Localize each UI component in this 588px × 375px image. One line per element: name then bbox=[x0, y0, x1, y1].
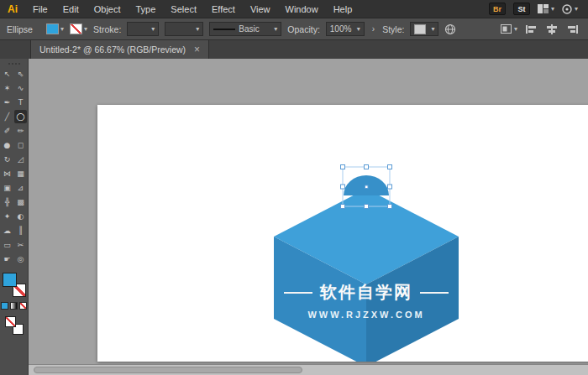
opacity-options-chevron[interactable]: › bbox=[370, 24, 376, 34]
menu-select[interactable]: Select bbox=[163, 0, 204, 18]
watermark-url: WWW.RJZXW.COM bbox=[284, 310, 449, 320]
stroke-weight-select[interactable]: ▾ bbox=[127, 22, 159, 36]
perspective-grid-tool[interactable]: ⊿ bbox=[14, 181, 27, 195]
stock-button[interactable]: St bbox=[513, 3, 530, 15]
selection-handle[interactable] bbox=[341, 185, 345, 189]
menu-view[interactable]: View bbox=[243, 0, 278, 18]
shape-builder-tool[interactable]: ▣ bbox=[1, 181, 13, 195]
fill-swatch[interactable] bbox=[3, 273, 17, 287]
default-fill-stroke-icon[interactable] bbox=[5, 316, 24, 335]
menu-window[interactable]: Window bbox=[278, 0, 326, 18]
caret-down-icon: ▾ bbox=[60, 26, 64, 33]
tool-grid: ↖⇖✶∿✒T╱◯✐✏●◻↻◿⋈▦▣⊿╬▩✦◐☁║▭✂☛◎ bbox=[1, 67, 27, 266]
none-button[interactable] bbox=[19, 302, 27, 310]
caret-down-icon: ▾ bbox=[575, 6, 578, 13]
pencil-tool[interactable]: ✏ bbox=[14, 124, 27, 138]
stroke-color-button[interactable]: ▾ bbox=[70, 23, 87, 34]
width-tool[interactable]: ⋈ bbox=[1, 167, 13, 180]
style-select[interactable]: ▾ bbox=[410, 22, 438, 36]
scrollbar-thumb[interactable] bbox=[34, 367, 302, 373]
document-tab[interactable]: Untitled-2* @ 66.67% (RGB/Preview) × bbox=[30, 40, 209, 59]
opacity-value: 100% bbox=[330, 24, 352, 34]
bridge-button[interactable]: Br bbox=[489, 3, 506, 15]
scale-tool[interactable]: ◿ bbox=[14, 153, 27, 166]
caret-down-icon: ▾ bbox=[431, 26, 434, 33]
menu-file[interactable]: File bbox=[25, 0, 55, 18]
width-profile-select[interactable]: ▾ bbox=[165, 22, 203, 36]
rotate-tool[interactable]: ↻ bbox=[1, 153, 13, 166]
selection-handle[interactable] bbox=[365, 165, 369, 169]
lasso-tool[interactable]: ∿ bbox=[14, 81, 27, 95]
caret-down-icon: ▾ bbox=[357, 26, 360, 33]
menu-object[interactable]: Object bbox=[87, 0, 129, 18]
free-transform-tool[interactable]: ▦ bbox=[14, 167, 27, 180]
workspace-switcher-button[interactable]: ▾ bbox=[562, 4, 578, 14]
align-icon-2[interactable] bbox=[546, 24, 558, 34]
selection-handle[interactable] bbox=[388, 165, 392, 169]
eraser-tool[interactable]: ◻ bbox=[14, 138, 27, 152]
artboard-tool[interactable]: ▭ bbox=[1, 238, 13, 252]
illustrator-window: Ai FileEditObjectTypeSelectEffectViewWin… bbox=[0, 0, 588, 375]
selection-tool[interactable]: ↖ bbox=[1, 67, 13, 81]
menu-help[interactable]: Help bbox=[326, 0, 360, 18]
selection-center-anchor[interactable] bbox=[365, 185, 369, 189]
direct-selection-tool[interactable]: ⇖ bbox=[14, 67, 27, 81]
line-segment-tool[interactable]: ╱ bbox=[1, 110, 13, 123]
document-arrange-button[interactable]: ▾ bbox=[501, 24, 517, 34]
zoom-tool[interactable]: ◎ bbox=[14, 253, 27, 266]
fill-color-button[interactable]: ▾ bbox=[46, 23, 64, 34]
selection-handle[interactable] bbox=[341, 165, 345, 169]
arrange-documents-button[interactable]: ▾ bbox=[538, 4, 554, 13]
color-button[interactable] bbox=[1, 302, 8, 310]
blend-tool[interactable]: ◐ bbox=[14, 210, 27, 223]
menu-type[interactable]: Type bbox=[129, 0, 164, 18]
default-fill-swatch bbox=[5, 316, 16, 327]
magic-wand-tool[interactable]: ✶ bbox=[1, 81, 13, 95]
main-area: ↖⇖✶∿✒T╱◯✐✏●◻↻◿⋈▦▣⊿╬▩✦◐☁║▭✂☛◎ bbox=[0, 59, 588, 375]
caret-down-icon: ▾ bbox=[84, 26, 87, 33]
align-icon-1[interactable] bbox=[526, 24, 538, 34]
selection-handle[interactable] bbox=[365, 205, 369, 209]
caret-down-icon: ▾ bbox=[551, 6, 554, 13]
paintbrush-tool[interactable]: ✐ bbox=[1, 124, 13, 138]
active-tool-label: Ellipse bbox=[7, 24, 40, 34]
caret-down-icon: ▾ bbox=[151, 26, 155, 33]
mesh-tool[interactable]: ╬ bbox=[1, 195, 13, 209]
tab-close-icon[interactable]: × bbox=[194, 44, 200, 55]
gradient-tool[interactable]: ▩ bbox=[14, 195, 27, 209]
selection-handle[interactable] bbox=[388, 205, 392, 209]
pen-tool[interactable]: ✒ bbox=[1, 96, 13, 109]
eyedropper-tool[interactable]: ✦ bbox=[1, 210, 13, 223]
document-setup-globe-button[interactable] bbox=[444, 23, 456, 35]
panel-grip[interactable] bbox=[8, 63, 20, 65]
brush-definition-select[interactable]: Basic ▾ bbox=[209, 22, 281, 36]
menubar-right-cluster: Br St ▾ ▾ bbox=[489, 3, 588, 15]
gradient-button[interactable] bbox=[10, 302, 18, 310]
slice-tool[interactable]: ✂ bbox=[14, 238, 27, 252]
hand-tool[interactable]: ☛ bbox=[1, 253, 13, 266]
menu-effect[interactable]: Effect bbox=[204, 0, 243, 18]
symbol-sprayer-tool[interactable]: ☁ bbox=[1, 224, 13, 237]
artwork-svg bbox=[97, 105, 588, 362]
opacity-select[interactable]: 100% ▾ bbox=[326, 22, 365, 36]
menu-edit[interactable]: Edit bbox=[55, 0, 87, 18]
artboard[interactable]: 软件自学网 WWW.RJZXW.COM bbox=[97, 105, 588, 362]
document-icon bbox=[501, 24, 512, 34]
canvas-area[interactable]: 软件自学网 WWW.RJZXW.COM bbox=[29, 59, 588, 375]
control-bar: Ellipse ▾ ▾ Stroke: ▾ ▾ Basic ▾ Opacity:… bbox=[0, 18, 588, 40]
selection-handle[interactable] bbox=[341, 205, 345, 209]
selection-handle[interactable] bbox=[388, 185, 392, 189]
align-icon-3[interactable] bbox=[566, 24, 578, 34]
horizontal-scrollbar[interactable] bbox=[29, 364, 588, 375]
type-tool[interactable]: T bbox=[14, 96, 27, 109]
blob-brush-tool[interactable]: ● bbox=[1, 138, 13, 152]
illustrator-logo: Ai bbox=[0, 3, 25, 15]
controlbar-right-cluster: ▾ bbox=[501, 24, 581, 34]
paint-mode-buttons bbox=[1, 302, 27, 310]
watermark-dash-left bbox=[284, 292, 312, 294]
caret-down-icon: ▾ bbox=[274, 26, 277, 33]
ellipse-tool[interactable]: ◯ bbox=[14, 110, 27, 123]
fill-stroke-control[interactable] bbox=[3, 273, 26, 297]
column-graph-tool[interactable]: ║ bbox=[14, 224, 27, 237]
document-tab-title: Untitled-2* @ 66.67% (RGB/Preview) bbox=[39, 44, 186, 55]
